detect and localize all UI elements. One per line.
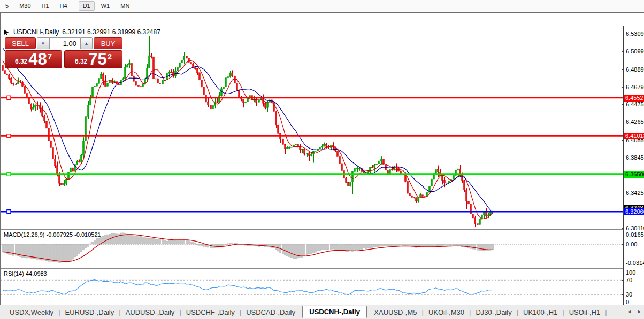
chart-tab-uk100-h1[interactable]: UK100-,H1 (519, 307, 562, 318)
chart-tabs: USDX,Weekly|EURUSD-,Daily|AUDUSD-,Daily|… (0, 307, 608, 318)
price-tick-label: 6.38450 (626, 154, 644, 161)
axis-tick-mark (622, 87, 623, 88)
macd-tick-label: 0.00 (626, 241, 637, 247)
buy-button[interactable]: BUY (94, 37, 122, 49)
buy-price-display[interactable]: 6.32752 (64, 50, 122, 68)
tab-separator: | (604, 308, 607, 316)
tab-scroll-right-icon[interactable]: ► (637, 309, 642, 314)
chart-tab-usdx-weekly[interactable]: USDX,Weekly (5, 307, 58, 318)
rsi-tick-label: 100 (626, 269, 635, 276)
rsi-pane[interactable]: RSI(14) 44.0983 (1, 269, 623, 306)
chart-tab-eurusd-daily[interactable]: EURUSD-,Daily (61, 307, 119, 318)
level-price-badge: 6.45527 (624, 95, 644, 102)
macd-tick-label: 0.01658 (626, 231, 644, 238)
rsi-tick-label: 30 (626, 291, 632, 298)
axis-tick-mark (622, 69, 623, 70)
buy-price-main: 75 (88, 51, 106, 67)
rsi-chart[interactable] (1, 269, 623, 306)
axis-tick-mark (622, 193, 623, 193)
chart-tab-audusd-daily[interactable]: AUDUSD-,Daily (121, 307, 179, 318)
axis-tick-mark (622, 280, 623, 281)
chart-symbol-title: USDCNH-,Daily (13, 28, 59, 36)
buy-price-prefix: 6.32 (75, 58, 87, 65)
tab-scroll-left-icon[interactable]: ◄ (627, 309, 632, 314)
macd-pane[interactable]: MACD(12,26,9) -0.007925 -0.010521 (1, 230, 623, 268)
price-tick-label: 6.42650 (626, 119, 644, 125)
sell-price-main: 48 (28, 51, 47, 67)
macd-label: MACD(12,26,9) -0.007925 -0.010521 (4, 231, 101, 238)
sell-button[interactable]: SELL (5, 37, 36, 49)
price-tick-label: 6.30110 (626, 225, 644, 231)
chart-tab-dj30-daily[interactable]: DJ30-,Daily (471, 307, 516, 318)
axis-tick-mark (622, 51, 623, 52)
level-price-badge: 6.32060 (624, 208, 644, 215)
timeframe-button-h1[interactable]: H1 (37, 1, 53, 11)
axis-tick-mark (622, 140, 623, 141)
chart-tab-usdchf-daily[interactable]: USDCHF-,Daily (182, 307, 239, 318)
chevron-up-icon: ▲ (85, 41, 89, 46)
buy-price-sup: 2 (108, 52, 112, 61)
chart-arrow-icon (4, 29, 11, 35)
price-tick-label: 6.34250 (626, 190, 644, 196)
tab-scroll-arrows: ◄ ► (627, 309, 642, 314)
rsi-tick-label: 70 (626, 277, 632, 283)
axis-tick-mark (622, 228, 623, 229)
price-tick-label: 6.53090 (626, 30, 644, 37)
price-tick-label: 6.48890 (626, 66, 644, 73)
volume-input[interactable] (49, 37, 80, 49)
timeframe-button-5[interactable]: 5 (1, 1, 13, 11)
one-click-trade-panel: SELL ▼ ▲ BUY 6.32487 6.32752 (5, 37, 122, 68)
chart-tab-ukoil-m30[interactable]: UKOil-,M30 (424, 307, 469, 318)
toolbar-separator (75, 2, 75, 10)
level-price-badge: 6.36500 (624, 171, 644, 178)
timeframe-button-m30[interactable]: M30 (15, 1, 35, 11)
chart-tab-xauusd-m5[interactable]: XAUUSD-,M5 (370, 307, 421, 318)
timeframe-button-d1[interactable]: D1 (79, 1, 95, 11)
chart-tab-usdcad-daily[interactable]: USDCAD-,Daily (242, 307, 300, 318)
axis-tick-mark (622, 302, 623, 302)
mt4-application-window: 5M30H1H4D1W1MN MACD(12,26,9) -0.007925 -… (0, 0, 644, 319)
sell-price-prefix: 6.32 (15, 58, 27, 65)
price-tick-label: 6.44750 (626, 101, 644, 107)
axis-tick-mark (622, 122, 623, 122)
price-tick-label: 6.46790 (626, 84, 644, 90)
chart-tab-bar: USDX,Weekly|EURUSD-,Daily|AUDUSD-,Daily|… (0, 305, 644, 319)
price-axis[interactable]: 6.530906.509906.488906.467906.447506.426… (623, 26, 644, 306)
axis-tick-mark (622, 273, 623, 273)
chart-tab-usoil-h1[interactable]: USOil-,H1 (565, 307, 605, 318)
axis-tick-mark (622, 34, 623, 34)
axis-tick-mark (622, 294, 623, 295)
sell-price-display[interactable]: 6.32487 (5, 50, 62, 68)
chart-window: MACD(12,26,9) -0.007925 -0.010521 RSI(14… (0, 12, 644, 305)
axis-tick-mark (622, 104, 623, 105)
axis-tick-mark (622, 263, 623, 263)
timeframe-toolbar: 5M30H1H4D1W1MN (0, 0, 644, 12)
chart-title-row: USDCNH-,Daily 6.32191 6.32991 6.31999 6.… (4, 28, 160, 36)
volume-increase-button[interactable]: ▲ (80, 37, 93, 49)
axis-tick-mark (622, 235, 623, 235)
chart-ohlc-values: 6.32191 6.32991 6.31999 6.32487 (62, 28, 160, 36)
timeframe-button-mn[interactable]: MN (116, 1, 134, 11)
sell-price-sup: 7 (48, 52, 52, 61)
rsi-label: RSI(14) 44.0983 (4, 270, 47, 277)
macd-tick-label: -0.03142 (626, 260, 644, 266)
level-price-badge: 6.41013 (624, 133, 644, 139)
chevron-down-icon: ▼ (41, 41, 45, 46)
price-tick-label: 6.50990 (626, 48, 644, 55)
chart-tab-usdcnh-daily[interactable]: USDCNH-,Daily (302, 306, 367, 318)
timeframe-button-h4[interactable]: H4 (56, 1, 72, 11)
axis-tick-mark (622, 244, 623, 245)
axis-tick-mark (622, 158, 623, 158)
volume-decrease-button[interactable]: ▼ (37, 37, 49, 49)
timeframe-button-w1[interactable]: W1 (97, 1, 114, 11)
